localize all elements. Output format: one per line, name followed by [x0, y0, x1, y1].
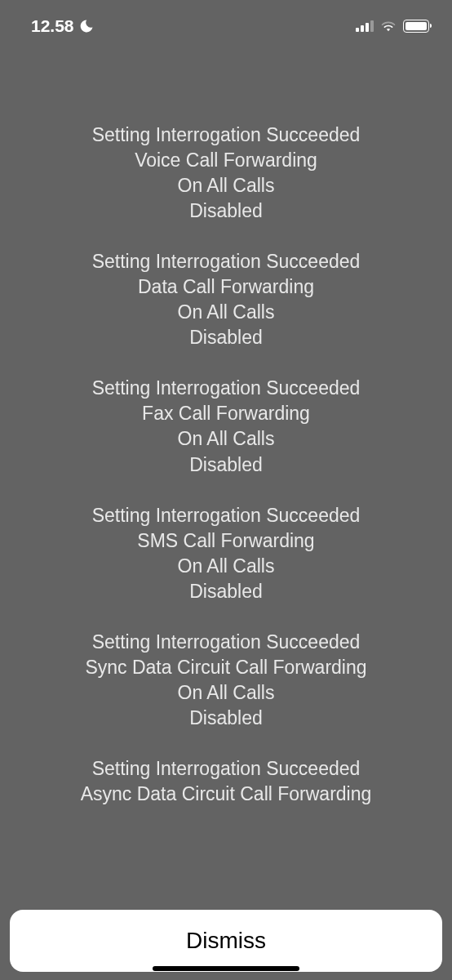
result-status: Setting Interrogation Succeeded: [0, 503, 452, 528]
result-service: Data Call Forwarding: [0, 274, 452, 300]
result-service: Fax Call Forwarding: [0, 401, 452, 426]
result-state: Disabled: [0, 452, 452, 478]
result-condition: On All Calls: [0, 426, 452, 452]
result-service: SMS Call Forwarding: [0, 528, 452, 554]
result-block: Setting Interrogation Succeeded Voice Ca…: [0, 122, 452, 224]
status-time: 12.58: [31, 16, 74, 36]
result-block: Setting Interrogation Succeeded Fax Call…: [0, 376, 452, 477]
result-service: Sync Data Circuit Call Forwarding: [0, 655, 452, 680]
result-status: Setting Interrogation Succeeded: [0, 630, 452, 655]
result-service: Voice Call Forwarding: [0, 148, 452, 173]
result-condition: On All Calls: [0, 680, 452, 706]
result-block: Setting Interrogation Succeeded SMS Call…: [0, 503, 452, 604]
interrogation-results: Setting Interrogation Succeeded Voice Ca…: [0, 41, 452, 807]
cellular-signal-icon: [356, 20, 374, 32]
dismiss-button[interactable]: Dismiss: [10, 910, 442, 972]
result-state: Disabled: [0, 579, 452, 604]
result-state: Disabled: [0, 198, 452, 224]
home-indicator[interactable]: [153, 966, 299, 971]
result-status: Setting Interrogation Succeeded: [0, 756, 452, 782]
result-status: Setting Interrogation Succeeded: [0, 249, 452, 274]
do-not-disturb-icon: [79, 19, 94, 33]
result-condition: On All Calls: [0, 300, 452, 325]
battery-icon: [403, 20, 429, 33]
result-service: Async Data Circuit Call Forwarding: [0, 782, 452, 807]
status-left: 12.58: [31, 16, 94, 36]
result-block: Setting Interrogation Succeeded Async Da…: [0, 756, 452, 807]
wifi-icon: [380, 20, 397, 33]
status-bar: 12.58: [0, 0, 452, 41]
result-block: Setting Interrogation Succeeded Data Cal…: [0, 249, 452, 350]
result-status: Setting Interrogation Succeeded: [0, 122, 452, 148]
dismiss-container: Dismiss: [10, 910, 442, 972]
result-block: Setting Interrogation Succeeded Sync Dat…: [0, 630, 452, 731]
status-right: [356, 20, 429, 33]
result-state: Disabled: [0, 325, 452, 350]
result-condition: On All Calls: [0, 173, 452, 198]
result-condition: On All Calls: [0, 554, 452, 579]
result-status: Setting Interrogation Succeeded: [0, 376, 452, 401]
result-state: Disabled: [0, 706, 452, 731]
